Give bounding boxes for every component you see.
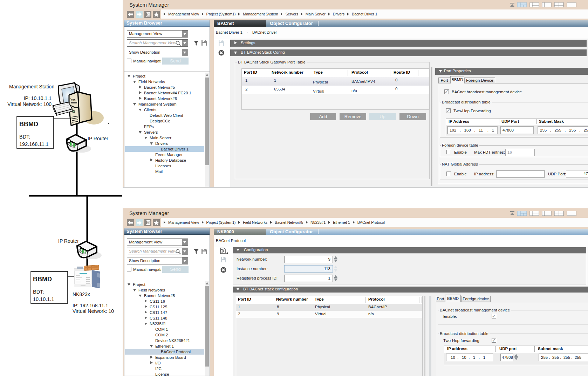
svg-text:NK823x: NK823x xyxy=(73,291,90,297)
svg-text:Virtual Network: 10: Virtual Network: 10 xyxy=(73,308,114,314)
svg-text:10.10.1.1: 10.10.1.1 xyxy=(33,296,54,302)
svg-text:BDT:: BDT: xyxy=(19,134,30,140)
svg-text:Virtual Network: 100: Virtual Network: 100 xyxy=(7,101,52,107)
svg-text:IP Router: IP Router xyxy=(88,136,108,141)
svg-text:IP: 10.10.1.1: IP: 10.10.1.1 xyxy=(24,95,52,101)
svg-text:IP Router: IP Router xyxy=(58,238,79,244)
svg-text:BBMD: BBMD xyxy=(19,121,38,128)
svg-text:192.168.11.1: 192.168.11.1 xyxy=(19,141,49,147)
svg-text:Management Station: Management Station xyxy=(9,84,54,89)
svg-text:BDT:: BDT: xyxy=(33,289,44,295)
svg-text:BBMD: BBMD xyxy=(33,276,52,283)
svg-text:IP: 192.168.11.1: IP: 192.168.11.1 xyxy=(73,303,108,308)
